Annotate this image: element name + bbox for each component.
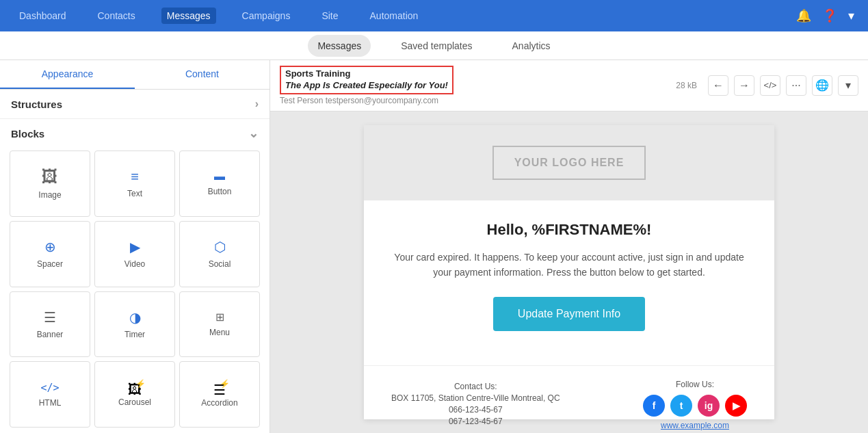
youtube-icon[interactable]: ▶ [725, 395, 747, 417]
block-text[interactable]: ≡ Text [94, 150, 175, 217]
structures-label: Structures [11, 99, 62, 110]
block-button-label: Button [208, 187, 232, 196]
left-sidebar: Appearance Content Structures › Blocks ⌄… [0, 60, 270, 433]
block-spacer[interactable]: ⊕ Spacer [10, 221, 90, 287]
menu-icon: ⊞ [215, 311, 224, 324]
structures-section[interactable]: Structures › [0, 90, 269, 119]
social-icon: ⬡ [214, 239, 226, 255]
main-layout: Appearance Content Structures › Blocks ⌄… [0, 60, 868, 433]
update-payment-button[interactable]: Update Payment Info [493, 297, 645, 331]
instagram-icon[interactable]: ig [698, 395, 720, 417]
email-body: YOUR LOGO HERE Hello, %FIRSTNAME%! Your … [364, 125, 774, 419]
email-footer: Contact Us: BOX 11705, Station Centre-Vi… [364, 365, 774, 433]
top-nav-links: Dashboard Contacts Messages Campaigns Si… [14, 8, 423, 24]
block-banner-label: Banner [37, 330, 64, 339]
carousel-icon: 🖼⚡ [128, 382, 142, 397]
block-accordion-label: Accordion [201, 398, 237, 408]
block-video-label: Video [124, 259, 145, 269]
structures-arrow-icon: › [255, 98, 259, 110]
facebook-icon[interactable]: f [643, 395, 665, 417]
block-html-label: HTML [39, 398, 62, 408]
email-greeting: Hello, %FIRSTNAME%! [391, 221, 747, 239]
footer-follow: Follow Us: f t ig ▶ www.example.com [643, 380, 747, 430]
contact-phone1: 066-123-45-67 [391, 405, 560, 415]
top-nav-actions: 🔔 ❓ ▾ [796, 8, 854, 23]
nav-campaigns[interactable]: Campaigns [237, 8, 296, 24]
email-subject-box: Sports Training The App Is Created Espec… [280, 66, 453, 94]
blocks-label: Blocks [11, 128, 44, 140]
block-timer-label: Timer [124, 330, 145, 339]
block-banner[interactable]: ☰ Banner [10, 291, 90, 358]
block-text-label: Text [127, 189, 142, 198]
block-timer[interactable]: ◑ Timer [94, 291, 175, 358]
email-body-text: Your card expired. It happens. To keep y… [391, 250, 747, 280]
block-image-label: Image [38, 190, 61, 200]
block-image[interactable]: 🖼 Image [10, 150, 90, 217]
block-button[interactable]: ▬ Button [179, 150, 260, 217]
block-menu[interactable]: ⊞ Menu [179, 291, 260, 358]
block-menu-label: Menu [209, 328, 230, 337]
email-recipient: Test Person testperson@yourcompany.com [280, 96, 438, 105]
video-icon: ▶ [130, 239, 140, 255]
block-social-label: Social [209, 259, 231, 269]
contact-title: Contact Us: [391, 382, 560, 391]
tab-content[interactable]: Content [135, 60, 269, 89]
help-icon[interactable]: ❓ [822, 8, 837, 23]
tab-appearance[interactable]: Appearance [0, 60, 135, 89]
sidebar-tabs: Appearance Content [0, 60, 269, 90]
toolbar-actions: 28 kB ← → </> ··· 🌐 ▾ [676, 75, 858, 96]
logo-placeholder: YOUR LOGO HERE [492, 146, 646, 180]
contact-phone2: 067-123-45-67 [391, 417, 560, 426]
follow-title: Follow Us: [643, 380, 747, 389]
block-carousel-label: Carousel [118, 397, 151, 407]
subnav-messages[interactable]: Messages [308, 35, 371, 57]
nav-automation[interactable]: Automation [365, 8, 424, 24]
globe-btn[interactable]: 🌐 [812, 75, 832, 96]
file-size: 28 kB [676, 81, 697, 90]
nav-dashboard[interactable]: Dashboard [14, 8, 72, 24]
back-btn[interactable]: ← [708, 75, 728, 96]
block-spacer-label: Spacer [37, 259, 63, 269]
subnav-saved-templates[interactable]: Saved templates [391, 35, 482, 57]
bell-icon[interactable]: 🔔 [796, 8, 811, 23]
toolbar-email-info: Sports Training The App Is Created Espec… [280, 66, 669, 105]
nav-site[interactable]: Site [316, 8, 343, 24]
code-btn[interactable]: </> [760, 75, 780, 96]
expand-btn[interactable]: ▾ [838, 75, 858, 96]
block-social[interactable]: ⬡ Social [179, 221, 260, 287]
email-subject-title: Sports Training [285, 68, 350, 79]
contact-address: BOX 11705, Station Centre-Ville Montreal… [391, 393, 560, 403]
right-content: Sports Training The App Is Created Espec… [270, 60, 868, 433]
more-btn[interactable]: ··· [786, 75, 806, 96]
user-dropdown-icon[interactable]: ▾ [848, 8, 854, 23]
email-content-section: Hello, %FIRSTNAME%! Your card expired. I… [364, 200, 774, 365]
block-html[interactable]: </> HTML [10, 361, 90, 428]
forward-btn[interactable]: → [734, 75, 754, 96]
website-link[interactable]: www.example.com [643, 421, 747, 430]
block-accordion[interactable]: ☰⚡ Accordion [179, 361, 260, 428]
text-icon: ≡ [131, 169, 139, 185]
footer-contact: Contact Us: BOX 11705, Station Centre-Vi… [391, 380, 560, 428]
email-logo-area: YOUR LOGO HERE [364, 125, 774, 200]
nav-messages[interactable]: Messages [161, 8, 216, 24]
blocks-grid: 🖼 Image ≡ Text ▬ Button ⊕ Spacer ▶ Video… [0, 145, 269, 433]
blocks-chevron-icon[interactable]: ⌄ [248, 126, 259, 141]
timer-icon: ◑ [129, 309, 141, 326]
top-nav: Dashboard Contacts Messages Campaigns Si… [0, 0, 868, 31]
email-subject-subtitle: The App Is Created Especially for You! [285, 80, 448, 90]
nav-contacts[interactable]: Contacts [92, 8, 141, 24]
spacer-icon: ⊕ [44, 239, 56, 255]
blocks-header: Blocks ⌄ [0, 119, 269, 145]
block-carousel[interactable]: 🖼⚡ Carousel [94, 361, 175, 428]
image-icon: 🖼 [42, 167, 58, 186]
subnav-analytics[interactable]: Analytics [503, 35, 560, 57]
sub-nav: Messages Saved templates Analytics [0, 31, 868, 60]
banner-icon: ☰ [44, 309, 56, 326]
accordion-icon: ☰⚡ [213, 382, 226, 398]
toolbar: Sports Training The App Is Created Espec… [270, 60, 868, 111]
block-video[interactable]: ▶ Video [94, 221, 175, 287]
email-preview: YOUR LOGO HERE Hello, %FIRSTNAME%! Your … [270, 111, 868, 433]
html-icon: </> [40, 382, 59, 394]
social-icons: f t ig ▶ [643, 395, 747, 417]
twitter-icon[interactable]: t [670, 395, 692, 417]
